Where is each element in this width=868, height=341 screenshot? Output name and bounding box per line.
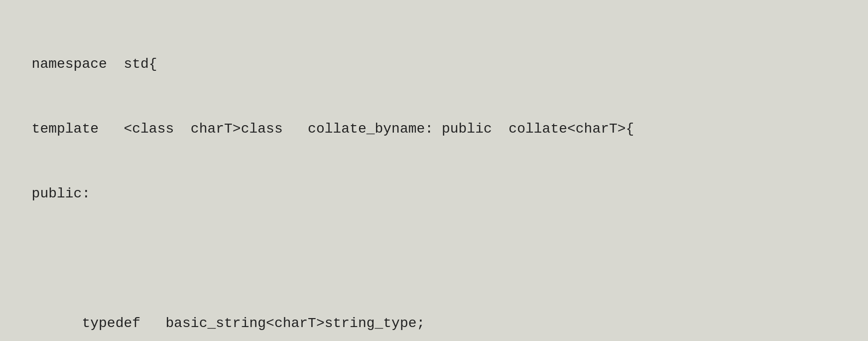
code-line-1: namespace std{ xyxy=(15,53,853,75)
code-container: namespace std{ template <class charT>cla… xyxy=(0,5,868,341)
code-line-3: public: xyxy=(15,183,853,204)
code-line-4 xyxy=(15,248,853,269)
code-line-2: template <class charT>class collate_byna… xyxy=(15,118,853,140)
code-line-5: typedef basic_string<charT>string_type; xyxy=(15,313,853,334)
